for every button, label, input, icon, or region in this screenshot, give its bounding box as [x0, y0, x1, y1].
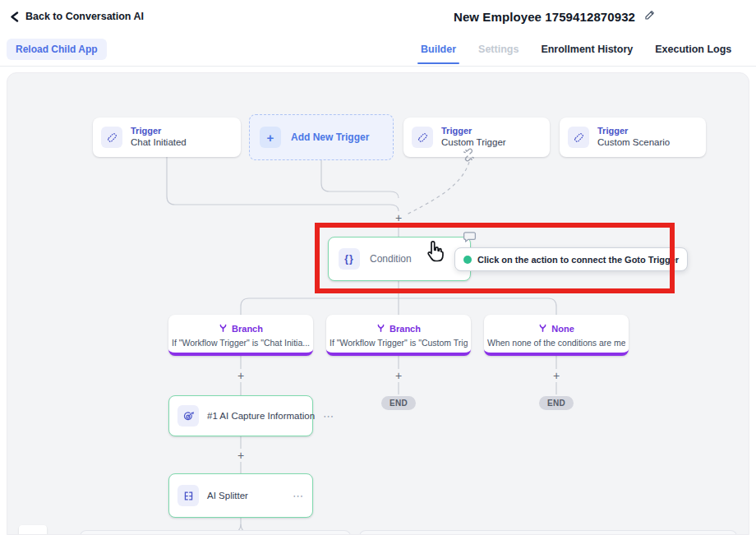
branch-icon: [376, 321, 385, 336]
action-node-ai-capture[interactable]: #1 AI Capture Information ⋯: [168, 395, 313, 436]
bottom-card-edge: [359, 530, 737, 535]
back-to-conversation-ai-link[interactable]: Back to Conversation AI: [10, 0, 144, 33]
canvas-control-button[interactable]: [19, 525, 47, 535]
end-badge: END: [539, 396, 574, 410]
top-header: Back to Conversation AI New Employee 175…: [0, 0, 756, 33]
add-action-button[interactable]: +: [551, 369, 562, 382]
add-action-button[interactable]: +: [235, 369, 247, 382]
tab-settings[interactable]: Settings: [478, 33, 519, 66]
trigger-node-custom-trigger[interactable]: Trigger Custom Trigger: [403, 118, 550, 157]
trigger-icon: [568, 127, 589, 148]
add-new-trigger-label: Add New Trigger: [291, 131, 369, 143]
page-title: New Employee 1759412870932: [454, 10, 635, 24]
trigger-node-chat-initiated[interactable]: Trigger Chat Initiated: [93, 118, 241, 157]
workflow-canvas[interactable]: Trigger Chat Initiated + Add New Trigger…: [7, 72, 749, 535]
branch-subtitle: When none of the conditions are met: [487, 338, 625, 348]
trigger-name-label: Chat Initiated: [131, 136, 187, 149]
ai-splitter-icon: [177, 485, 199, 506]
branch-title: Branch: [390, 324, 421, 334]
add-action-button[interactable]: +: [393, 369, 404, 382]
end-badge: END: [381, 396, 416, 410]
tab-enrollment-history[interactable]: Enrollment History: [541, 33, 633, 66]
trigger-node-custom-scenario[interactable]: Trigger Custom Scenario: [560, 118, 706, 157]
branch-title: Branch: [232, 324, 263, 334]
add-new-trigger-button[interactable]: + Add New Trigger: [249, 114, 394, 160]
tab-execution-logs[interactable]: Execution Logs: [655, 33, 731, 66]
branch-subtitle: If "Workflow Trigger" is "Chat Initia...: [172, 338, 310, 348]
add-action-button[interactable]: +: [235, 449, 247, 462]
trigger-name-label: Custom Scenario: [597, 136, 670, 149]
broken-link-icon[interactable]: [461, 147, 477, 166]
tab-bar: Reload Child App Builder Settings Enroll…: [0, 33, 756, 67]
tabs: Builder Settings Enrollment History Exec…: [421, 33, 731, 66]
action-label: AI Splitter: [207, 491, 284, 500]
branch-icon: [538, 321, 547, 336]
trigger-icon: [412, 127, 433, 148]
trigger-type-label: Trigger: [441, 126, 506, 137]
trigger-type-label: Trigger: [131, 126, 187, 137]
reload-child-app-button[interactable]: Reload Child App: [7, 39, 107, 60]
back-label: Back to Conversation AI: [25, 11, 144, 22]
plus-icon: +: [260, 127, 281, 148]
branch-node-none[interactable]: None When none of the conditions are met: [484, 315, 629, 356]
branch-title: None: [551, 324, 574, 334]
trigger-icon: [101, 127, 122, 148]
tab-builder[interactable]: Builder: [421, 33, 456, 66]
branch-subtitle: If "Workflow Trigger" is "Custom Trig...: [330, 338, 468, 348]
back-chevron-icon: [10, 12, 19, 22]
action-label: #1 AI Capture Information: [207, 411, 315, 421]
node-menu-button[interactable]: ⋯: [323, 410, 334, 422]
trigger-type-label: Trigger: [597, 126, 670, 137]
ai-capture-icon: [177, 405, 199, 427]
node-menu-button[interactable]: ⋯: [293, 490, 304, 502]
annotation-highlight-box: [315, 223, 675, 293]
branch-node-2[interactable]: Branch If "Workflow Trigger" is "Custom …: [326, 315, 471, 356]
bottom-card-edge: [80, 530, 351, 535]
action-node-ai-splitter[interactable]: AI Splitter ⋯: [168, 473, 313, 518]
edit-title-icon[interactable]: [643, 9, 656, 25]
branch-icon: [219, 321, 228, 336]
branch-node-1[interactable]: Branch If "Workflow Trigger" is "Chat In…: [168, 315, 313, 356]
